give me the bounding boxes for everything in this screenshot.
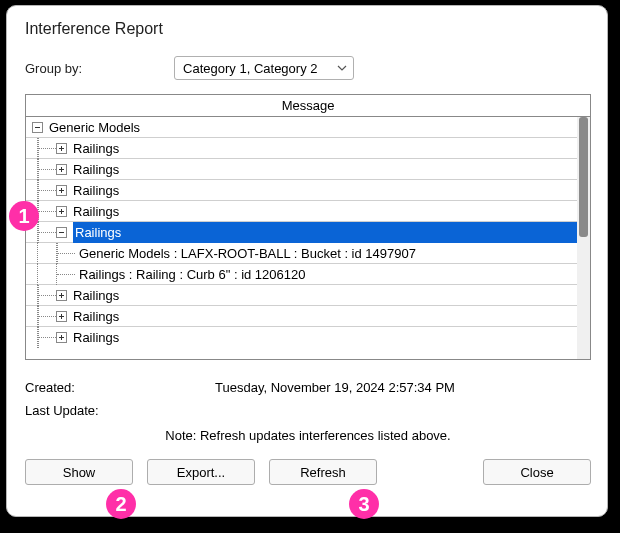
refresh-button[interactable]: Refresh	[269, 459, 377, 485]
tree-node-label: Railings	[73, 183, 119, 198]
tree-node-label: Generic Models	[49, 120, 140, 135]
button-row: Show Export... Refresh Close	[25, 459, 591, 485]
scrollbar-thumb[interactable]	[579, 117, 588, 237]
tree-node[interactable]: Railings	[26, 138, 577, 159]
group-by-dropdown[interactable]: Category 1, Category 2	[174, 56, 354, 80]
tree-node[interactable]: Railings	[26, 180, 577, 201]
export-button[interactable]: Export...	[147, 459, 255, 485]
tree-node-label: Railings	[73, 162, 119, 177]
tree-leaf-label: Generic Models : LAFX-ROOT-BALL : Bucket…	[79, 246, 416, 261]
tree-leaf[interactable]: Generic Models : LAFX-ROOT-BALL : Bucket…	[26, 243, 577, 264]
expand-icon[interactable]	[56, 332, 67, 343]
tree-node[interactable]: Railings	[26, 285, 577, 306]
expand-icon[interactable]	[56, 206, 67, 217]
metadata-block: Created: Tuesday, November 19, 2024 2:57…	[25, 380, 591, 443]
created-label: Created:	[25, 380, 105, 395]
tree-node-label: Railings	[73, 330, 119, 345]
annotation-badge-3: 3	[349, 489, 379, 519]
tree-node[interactable]: Railings	[26, 201, 577, 222]
group-by-label: Group by:	[25, 61, 82, 76]
tree-node-label: Railings	[73, 288, 119, 303]
group-by-row: Group by: Category 1, Category 2	[25, 56, 591, 80]
collapse-icon[interactable]	[56, 227, 67, 238]
expand-icon[interactable]	[56, 311, 67, 322]
annotation-badge-1: 1	[9, 201, 39, 231]
tree-node[interactable]: Railings	[26, 159, 577, 180]
expand-icon[interactable]	[56, 143, 67, 154]
tree-node-label: Railings	[73, 141, 119, 156]
annotation-badge-2: 2	[106, 489, 136, 519]
tree-leaf[interactable]: Railings : Railing : Curb 6" : id 120612…	[26, 264, 577, 285]
expand-icon[interactable]	[56, 185, 67, 196]
tree-node-selected[interactable]: Railings	[26, 222, 577, 243]
expand-icon[interactable]	[56, 164, 67, 175]
tree-node[interactable]: Railings	[26, 306, 577, 327]
tree-node-label: Railings	[73, 309, 119, 324]
collapse-icon[interactable]	[32, 122, 43, 133]
tree-node-label: Railings	[73, 222, 577, 243]
expand-icon[interactable]	[56, 290, 67, 301]
tree-leaf-label: Railings : Railing : Curb 6" : id 120612…	[79, 267, 305, 282]
created-value: Tuesday, November 19, 2024 2:57:34 PM	[215, 380, 455, 395]
close-button[interactable]: Close	[483, 459, 591, 485]
note-text: Note: Refresh updates interferences list…	[25, 428, 591, 443]
results-table: Message Generic Models Railings	[25, 94, 591, 360]
chevron-down-icon	[337, 61, 347, 76]
last-update-label: Last Update:	[25, 403, 105, 418]
interference-report-window: Interference Report Group by: Category 1…	[6, 5, 608, 517]
tree-node-label: Railings	[73, 204, 119, 219]
group-by-value: Category 1, Category 2	[183, 61, 317, 76]
tree-body: Generic Models Railings Railings	[26, 117, 577, 359]
vertical-scrollbar[interactable]	[577, 117, 590, 359]
column-header-message[interactable]: Message	[26, 95, 590, 117]
show-button[interactable]: Show	[25, 459, 133, 485]
dialog-title: Interference Report	[25, 20, 591, 38]
tree-node[interactable]: Generic Models	[26, 117, 577, 138]
tree-node[interactable]: Railings	[26, 327, 577, 348]
